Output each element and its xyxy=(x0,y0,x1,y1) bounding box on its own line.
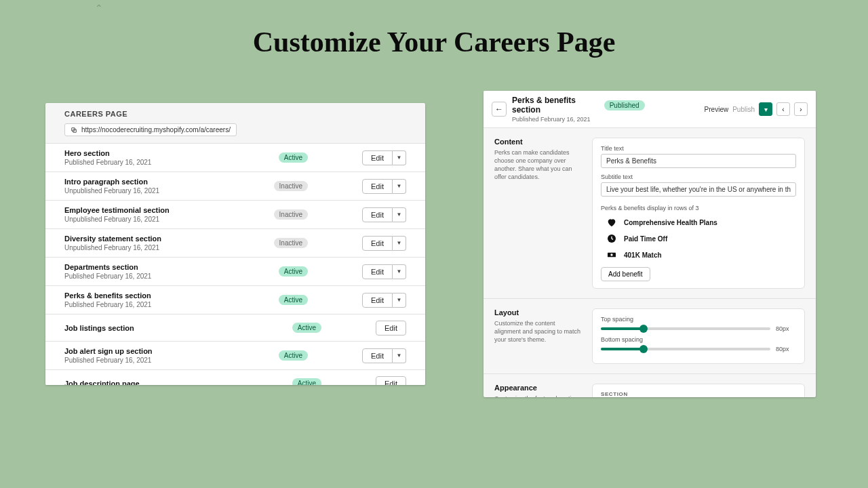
section-row: Intro paragraph sectionUnpublished Febru… xyxy=(45,171,425,200)
status-badge: Active xyxy=(279,266,308,277)
section-title: Intro paragraph section xyxy=(64,178,274,186)
chevron-right-icon: › xyxy=(800,106,802,113)
section-subtitle: Published February 16, 2021 xyxy=(64,159,279,166)
editor-header: ← Perks & benefits section Published Pub… xyxy=(484,91,816,128)
section-row: Job alert sign up sectionPublished Febru… xyxy=(45,341,425,369)
edit-button[interactable]: Edit xyxy=(362,264,393,279)
edit-button[interactable]: Edit xyxy=(362,348,393,363)
layout-side-title: Layout xyxy=(494,308,583,317)
benefit-item[interactable]: Paid Time Off xyxy=(606,233,796,244)
title-text-label: Title text xyxy=(601,145,796,152)
chevron-down-icon: ▼ xyxy=(397,240,402,246)
edit-button[interactable]: Edit xyxy=(362,236,393,251)
chevron-down-icon: ▼ xyxy=(397,183,402,189)
section-title: Job listings section xyxy=(64,324,292,332)
section-caption: SECTION xyxy=(601,391,796,397)
edit-button[interactable]: Edit xyxy=(362,293,393,308)
section-title: Departments section xyxy=(64,263,279,271)
section-subtitle: Unpublished February 16, 2021 xyxy=(64,187,274,195)
back-button[interactable]: ← xyxy=(492,102,507,117)
bottom-spacing-label: Bottom spacing xyxy=(601,336,796,343)
section-row: Job listings sectionActiveEdit xyxy=(45,314,425,341)
appearance-block: Appearance Customize the font and sectio… xyxy=(484,373,816,397)
top-spacing-label: Top spacing xyxy=(601,316,796,323)
careers-url-box[interactable]: https://nocoderecruiting.myshopify.com/a… xyxy=(64,123,237,136)
sections-list: Hero sectionPublished February 16, 2021A… xyxy=(45,143,425,385)
subtitle-text-label: Subtitle text xyxy=(601,174,796,180)
edit-dropdown-button[interactable]: ▼ xyxy=(393,179,406,194)
chevron-down-icon: ▼ xyxy=(397,211,402,218)
section-subtitle: Published February 16, 2021 xyxy=(64,301,279,308)
publish-button[interactable]: Publish xyxy=(732,106,755,113)
content-block: Content Perks can make candidates choose… xyxy=(484,128,816,298)
bottom-spacing-value: 80px xyxy=(776,346,796,352)
status-badge: Inactive xyxy=(274,238,308,248)
edit-dropdown-button[interactable]: ▼ xyxy=(393,264,406,279)
heart-icon xyxy=(606,217,617,228)
section-title: Perks & benefits section xyxy=(64,291,279,300)
benefit-label: Comprehensive Health Plans xyxy=(624,219,717,226)
section-title: Diversity statement section xyxy=(64,235,274,243)
edit-dropdown-button[interactable]: ▼ xyxy=(393,207,406,222)
prev-page-button[interactable]: ‹ xyxy=(776,102,790,116)
section-row: Job description pageActiveEdit xyxy=(45,369,425,385)
status-badge: Active xyxy=(292,378,321,385)
careers-page-header: CAREERS PAGE xyxy=(45,103,425,121)
bottom-spacing-slider[interactable] xyxy=(601,348,770,350)
benefits-hint: Perks & benefits display in rows of 3 xyxy=(601,205,796,211)
careers-page-panel: CAREERS PAGE https://nocoderecruiting.my… xyxy=(45,103,425,385)
benefit-label: 401K Match xyxy=(624,251,662,259)
status-badge: Active xyxy=(279,350,308,361)
title-text-input[interactable] xyxy=(601,154,796,168)
copy-icon xyxy=(71,127,77,134)
edit-dropdown-button[interactable]: ▼ xyxy=(393,236,406,251)
chevron-down-icon: ▼ xyxy=(397,268,402,274)
chevron-down-icon: ▼ xyxy=(397,352,402,359)
edit-button[interactable]: Edit xyxy=(362,179,393,194)
editor-title: Perks & benefits section xyxy=(512,96,600,115)
subtitle-text-input[interactable] xyxy=(601,182,796,197)
status-badge: Inactive xyxy=(274,181,308,191)
section-row: Hero sectionPublished February 16, 2021A… xyxy=(45,143,425,171)
edit-button[interactable]: Edit xyxy=(376,376,406,386)
content-side-title: Content xyxy=(494,138,583,146)
benefit-item[interactable]: Comprehensive Health Plans xyxy=(606,217,796,228)
benefit-item[interactable]: 401K Match xyxy=(606,249,796,260)
chevron-down-icon: ▼ xyxy=(397,297,402,303)
section-row: Perks & benefits sectionPublished Februa… xyxy=(45,285,425,314)
top-spacing-slider[interactable] xyxy=(601,327,770,330)
preview-button[interactable]: Preview xyxy=(705,106,729,113)
section-title: Hero section xyxy=(64,149,279,157)
publish-dropdown-button[interactable]: ▾ xyxy=(759,102,772,116)
benefit-list: Comprehensive Health PlansPaid Time Off4… xyxy=(601,217,796,260)
edit-button[interactable]: Edit xyxy=(362,150,393,165)
next-page-button[interactable]: › xyxy=(794,102,808,116)
section-row: Departments sectionPublished February 16… xyxy=(45,257,425,285)
benefit-label: Paid Time Off xyxy=(624,235,667,243)
layout-block: Layout Customize the content alignment a… xyxy=(484,298,816,373)
section-subtitle: Published February 16, 2021 xyxy=(64,357,279,364)
edit-dropdown-button[interactable]: ▼ xyxy=(393,150,406,165)
money-icon xyxy=(606,249,617,260)
section-subtitle: Published February 16, 2021 xyxy=(64,272,279,280)
clock-icon xyxy=(606,233,617,244)
section-subtitle: Unpublished February 16, 2021 xyxy=(64,216,274,223)
publish-status-badge: Published xyxy=(604,100,645,110)
status-badge: Active xyxy=(292,323,321,333)
content-side-desc: Perks can make candidates choose one com… xyxy=(494,148,583,182)
status-badge: Active xyxy=(279,295,308,305)
edit-dropdown-button[interactable]: ▼ xyxy=(393,348,406,363)
page-title: Customize Your Careers Page xyxy=(0,26,868,58)
section-row: Employee testimonial sectionUnpublished … xyxy=(45,200,425,228)
section-title: Employee testimonial section xyxy=(64,206,274,214)
top-spacing-value: 80px xyxy=(776,325,796,332)
chevron-down-icon: ▼ xyxy=(397,155,402,161)
section-row: Diversity statement sectionUnpublished F… xyxy=(45,228,425,257)
edit-dropdown-button[interactable]: ▼ xyxy=(393,293,406,308)
appearance-side-title: Appearance xyxy=(494,384,583,392)
edit-button[interactable]: Edit xyxy=(362,207,393,222)
section-title: Job description page xyxy=(64,380,292,386)
add-benefit-button[interactable]: Add benefit xyxy=(601,267,650,281)
edit-button[interactable]: Edit xyxy=(376,321,406,336)
chevron-left-icon: ‹ xyxy=(782,106,784,113)
